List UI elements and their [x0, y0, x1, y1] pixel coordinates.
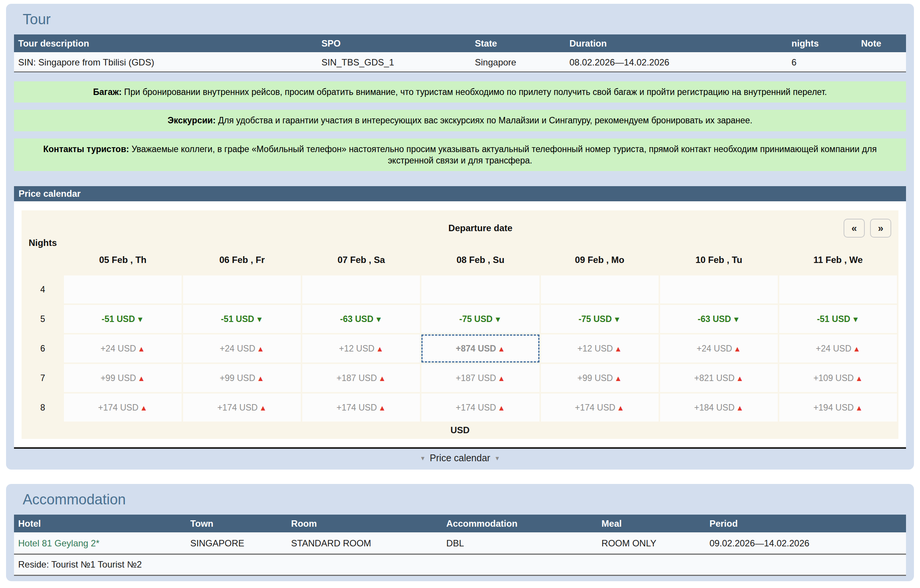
price-cell[interactable]: +99 USD▲: [541, 364, 659, 392]
price-up-triangle-icon: ▲: [140, 404, 147, 412]
price-calendar-container: Nights Departure date « » 05 Feb , Th06 …: [14, 201, 906, 447]
price-cell[interactable]: +174 USD▲: [183, 394, 301, 421]
price-cell: [541, 275, 659, 303]
price-cell[interactable]: +821 USD▲: [660, 364, 778, 392]
price-up-triangle-icon: ▲: [617, 404, 625, 412]
calendar-nav: « »: [844, 219, 891, 238]
calendar-date-header: 08 Feb , Su: [421, 246, 539, 274]
price-cell[interactable]: +174 USD▲: [64, 394, 181, 421]
toggle-down-arrow-icon: ▾: [496, 454, 499, 462]
price-cell[interactable]: +174 USD▲: [302, 394, 420, 421]
hotel-link[interactable]: Hotel 81 Geylang 2*: [18, 538, 99, 548]
price-value: +174 USD: [217, 403, 258, 412]
price-value: +24 USD: [220, 343, 255, 353]
tour-table: Tour description SPO State Duration nigh…: [14, 34, 906, 72]
calendar-next-button[interactable]: »: [870, 219, 891, 238]
notice-tourist-contacts-label: Контакты туристов:: [43, 144, 129, 154]
price-cell[interactable]: +12 USD▲: [541, 334, 659, 363]
price-calendar-toggle[interactable]: ▾ Price calendar ▾: [6, 449, 914, 470]
nights-row-label: 7: [23, 364, 62, 392]
price-cell[interactable]: +99 USD▲: [183, 364, 301, 392]
nights-column-header: Nights: [23, 212, 62, 274]
price-value: +24 USD: [816, 343, 852, 353]
price-cell[interactable]: -75 USD▼: [541, 305, 659, 333]
price-cell[interactable]: +24 USD▲: [183, 334, 301, 363]
price-value: +12 USD: [577, 343, 613, 353]
calendar-date-header: 11 Feb , We: [779, 246, 897, 274]
price-value: -63 USD: [698, 314, 731, 324]
tour-note: [857, 53, 906, 72]
price-cell[interactable]: +184 USD▲: [660, 394, 778, 421]
price-cell[interactable]: -75 USD▼: [421, 305, 539, 333]
price-up-triangle-icon: ▲: [614, 345, 622, 353]
tour-col-duration: Duration: [565, 34, 787, 53]
price-cell[interactable]: -63 USD▼: [660, 305, 778, 333]
price-cell[interactable]: +174 USD▲: [541, 394, 659, 421]
price-up-triangle-icon: ▲: [138, 345, 145, 353]
tour-description: SIN: Singapore from Tbilisi (GDS): [14, 53, 317, 72]
price-cell[interactable]: -51 USD▼: [64, 305, 181, 333]
price-down-triangle-icon: ▼: [613, 315, 621, 324]
price-cell[interactable]: +24 USD▲: [660, 334, 778, 363]
tour-section-title: Tour: [6, 4, 914, 34]
price-up-triangle-icon: ▲: [736, 374, 744, 382]
price-value: +99 USD: [100, 373, 136, 383]
price-cell[interactable]: -63 USD▼: [302, 305, 420, 333]
currency-label: USD: [23, 423, 897, 437]
price-value: +24 USD: [696, 343, 732, 353]
price-cell[interactable]: -51 USD▼: [183, 305, 301, 333]
price-cell[interactable]: +109 USD▲: [779, 364, 897, 392]
price-cell[interactable]: +12 USD▲: [302, 334, 420, 363]
price-value: +24 USD: [100, 343, 136, 353]
price-cell[interactable]: +874 USD▲: [421, 334, 539, 363]
calendar-date-header: 05 Feb , Th: [64, 246, 181, 274]
price-up-triangle-icon: ▲: [614, 374, 622, 382]
price-cell[interactable]: +174 USD▲: [421, 394, 539, 421]
price-up-triangle-icon: ▲: [259, 404, 267, 412]
nights-row-label: 6: [23, 334, 62, 363]
price-calendar-toggle-label: Price calendar: [430, 452, 490, 463]
accommodation-header-row: Hotel Town Room Accommodation Meal Perio…: [14, 515, 906, 533]
price-cell[interactable]: +24 USD▲: [64, 334, 181, 363]
price-value: +99 USD: [220, 373, 255, 383]
tour-col-state: State: [471, 34, 565, 53]
price-up-triangle-icon: ▲: [138, 374, 145, 382]
calendar-prev-button[interactable]: «: [844, 219, 865, 238]
notice-baggage-text: При бронировании внутренних рейсов, прос…: [124, 87, 827, 97]
reside-row: Reside: Tourist №1 Tourist №2: [14, 554, 906, 575]
price-value: +174 USD: [98, 403, 138, 412]
price-cell[interactable]: -51 USD▼: [779, 305, 897, 333]
calendar-date-header: 10 Feb , Tu: [660, 246, 778, 274]
tour-state: Singapore: [471, 53, 565, 72]
price-cell[interactable]: +99 USD▲: [64, 364, 181, 392]
nights-row-label: 5: [23, 305, 62, 333]
accom-period: 09.02.2026—14.02.2026: [705, 533, 906, 554]
price-value: +109 USD: [813, 373, 854, 383]
tour-col-note: Note: [857, 34, 906, 53]
calendar-row: 6+24 USD▲+24 USD▲+12 USD▲+874 USD▲+12 US…: [23, 334, 897, 363]
accommodation-section-title: Accommodation: [6, 484, 914, 515]
tour-panel: Tour Tour description SPO State Duration…: [6, 4, 914, 470]
price-value: +874 USD: [456, 343, 496, 353]
price-cell[interactable]: +194 USD▲: [779, 394, 897, 421]
price-value: -51 USD: [102, 314, 135, 324]
calendar-dates-row: 05 Feb , Th06 Feb , Fr07 Feb , Sa08 Feb …: [23, 246, 897, 274]
price-up-triangle-icon: ▲: [378, 404, 386, 412]
price-up-triangle-icon: ▲: [855, 404, 863, 412]
calendar-currency-row: USD: [23, 423, 897, 437]
accom-col-hotel: Hotel: [14, 515, 186, 533]
accommodation-panel: Accommodation Hotel Town Room Accommodat…: [6, 484, 914, 581]
notice-excursions-label: Экскурсии:: [168, 115, 215, 125]
price-value: +194 USD: [813, 403, 854, 412]
price-up-triangle-icon: ▲: [257, 345, 264, 353]
price-value: +99 USD: [577, 373, 613, 383]
nights-row-label: 4: [23, 275, 62, 303]
accom-col-town: Town: [186, 515, 287, 533]
price-cell[interactable]: +24 USD▲: [779, 334, 897, 363]
calendar-date-header: 06 Feb , Fr: [183, 246, 301, 274]
price-cell[interactable]: +187 USD▲: [421, 364, 539, 392]
price-down-triangle-icon: ▼: [375, 315, 382, 324]
price-cell[interactable]: +187 USD▲: [302, 364, 420, 392]
price-down-triangle-icon: ▼: [136, 315, 144, 324]
toggle-down-arrow-icon: ▾: [421, 454, 424, 462]
